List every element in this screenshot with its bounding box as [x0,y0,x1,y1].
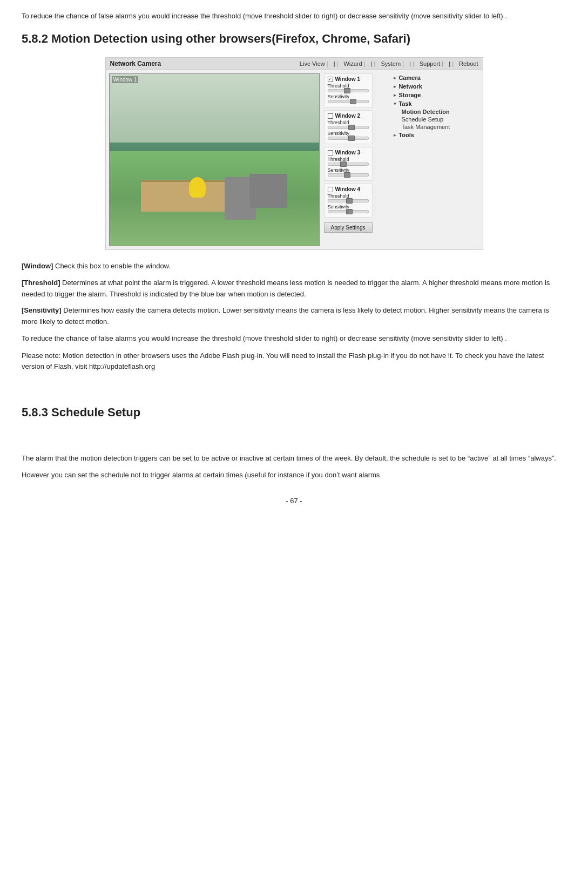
window-3-threshold-thumb[interactable] [340,161,347,167]
sidebar-sub-motion-detection[interactable]: Motion Detection [393,108,479,116]
window-4-checkbox[interactable] [328,187,333,192]
window-4-row: Window 4 [328,186,369,192]
camera-ui-titlebar: Network Camera Live View | Wizard | Syst… [106,58,483,70]
nav-separator3: | [409,60,414,67]
sidebar-sub-task-management[interactable]: Task Management [393,123,479,131]
sensitivity-text: Determines how easily the camera detects… [22,306,549,326]
apply-settings-button[interactable]: Apply Settings [324,222,373,233]
room-printer [249,174,287,208]
nav-support[interactable]: Support [420,60,443,67]
window-2-label: Window 2 [335,113,361,119]
window-text: Check this box to enable the window. [53,262,171,270]
window-2-checkbox[interactable] [328,113,333,119]
window-3-threshold-label: Threshold [328,157,369,162]
schedule-however-text: However you can set the schedule not to … [22,470,566,481]
nav-reboot[interactable]: Reboot [459,60,478,67]
threshold-description: [Threshold] Determines at what point the… [22,278,566,300]
camera-controls-panel: Window 1 Threshold Sensitivity Wind [324,73,389,246]
sidebar-label-tools: Tools [398,132,414,138]
window-1-sensitivity-label: Sensitivity [328,94,369,99]
window-3-label: Window 3 [335,150,361,156]
sidebar-label-task: Task [398,100,411,107]
section-582-heading: 5.8.2 Motion Detection using other brows… [22,31,566,47]
threshold-text: Determines at what point the alarm is tr… [22,279,550,298]
sidebar-label-camera: Camera [398,75,420,81]
window-3-threshold-slider[interactable] [328,163,369,166]
window-1-label: Window 1 [335,76,361,82]
camera-ui-body: Window 1 Window 1 Threshold Sensitivity [106,70,483,249]
video-label: Window 1 [112,76,139,83]
page-number: - 67 - [22,497,566,505]
sensitivity-description: [Sensitivity] Determines how easily the … [22,305,566,328]
window-2-controls: Window 2 Threshold Sensitivity [324,110,373,144]
window-2-threshold-thumb[interactable] [348,125,355,130]
window-3-row: Window 3 [328,150,369,156]
window-4-threshold-thumb[interactable] [346,198,353,204]
window-4-sensitivity-thumb[interactable] [346,209,353,214]
room-scene [110,74,319,246]
windows-section: Window 1 Threshold Sensitivity Wind [324,73,373,233]
sidebar-item-storage[interactable]: ► Storage [393,91,479,99]
window-4-threshold-slider[interactable] [328,199,369,202]
please-note-block: Please note: Motion detection in other b… [22,350,566,373]
section-spacer [22,383,566,405]
window-1-controls: Window 1 Threshold Sensitivity [324,73,373,107]
schedule-body-text: The alarm that the motion detection trig… [22,453,566,464]
nav-separator1: | [334,60,339,67]
note-text: Motion detection in other browsers uses … [22,351,544,371]
window-description: [Window] Check this box to enable the wi… [22,261,566,272]
reduce-alarms-text: To reduce the chance of false alarms you… [22,333,566,344]
window-1-sensitivity-thumb[interactable] [350,99,356,104]
window-3-checkbox[interactable] [328,150,333,156]
sidebar-item-task[interactable]: ▼ Task [393,99,479,108]
note-term: Please note: [22,351,60,360]
nav-separator2: | [371,60,376,67]
room-duck [189,177,206,198]
sidebar-label-network: Network [398,83,422,90]
sidebar-item-camera[interactable]: ► Camera [393,73,479,82]
nav-system[interactable]: System [381,60,404,67]
camera-brand: Network Camera [110,60,161,67]
window-2-row: Window 2 [328,113,369,119]
nav-separator4: | [449,60,454,67]
arrow-icon-tools: ► [393,133,397,138]
sensitivity-term: [Sensitivity] [22,306,62,314]
window-3-sensitivity-thumb[interactable] [344,172,350,178]
sidebar-item-network[interactable]: ► Network [393,82,479,91]
sidebar-label-storage: Storage [398,92,421,98]
sidebar-sub-schedule-setup[interactable]: Schedule Setup [393,116,479,123]
window-2-threshold-slider[interactable] [328,126,369,129]
window-1-checkbox[interactable] [328,77,333,82]
window-1-row: Window 1 [328,76,369,82]
arrow-icon-camera: ► [393,76,397,80]
sidebar-item-tools[interactable]: ► Tools [393,131,479,139]
camera-nav: Live View | Wizard | System | Support | … [300,60,478,67]
arrow-icon-network: ► [393,84,397,89]
window-2-sensitivity-thumb[interactable] [348,136,355,141]
window-3-controls: Window 3 Threshold Sensitivity [324,147,373,181]
window-3-sensitivity-slider[interactable] [328,173,369,177]
window-1-threshold-thumb[interactable] [344,88,350,93]
intro-paragraph: To reduce the chance of false alarms you… [22,11,566,22]
arrow-icon-storage: ► [393,93,397,98]
room-table [141,180,225,211]
section-583-heading: 5.8.3 Schedule Setup [22,405,566,421]
camera-video-feed: Window 1 [109,73,320,246]
window-term: [Window] [22,262,53,270]
room-ceiling [110,74,319,143]
window-2-sensitivity-slider[interactable] [328,137,369,140]
camera-ui-screenshot: Network Camera Live View | Wizard | Syst… [105,57,483,250]
nav-wizard[interactable]: Wizard [343,60,365,67]
window-1-threshold-slider[interactable] [328,89,369,92]
threshold-term: [Threshold] [22,279,60,287]
section-spacer-2 [22,431,566,453]
window-4-label: Window 4 [335,186,361,192]
window-4-sensitivity-slider[interactable] [328,210,369,213]
window-1-sensitivity-slider[interactable] [328,100,369,103]
arrow-icon-task: ▼ [393,102,397,106]
window-4-controls: Window 4 Threshold Sensitivity [324,184,373,218]
camera-sidebar: ► Camera ► Network ► Storage ▼ Task Moti… [393,73,479,246]
nav-liveview[interactable]: Live View [300,60,328,67]
